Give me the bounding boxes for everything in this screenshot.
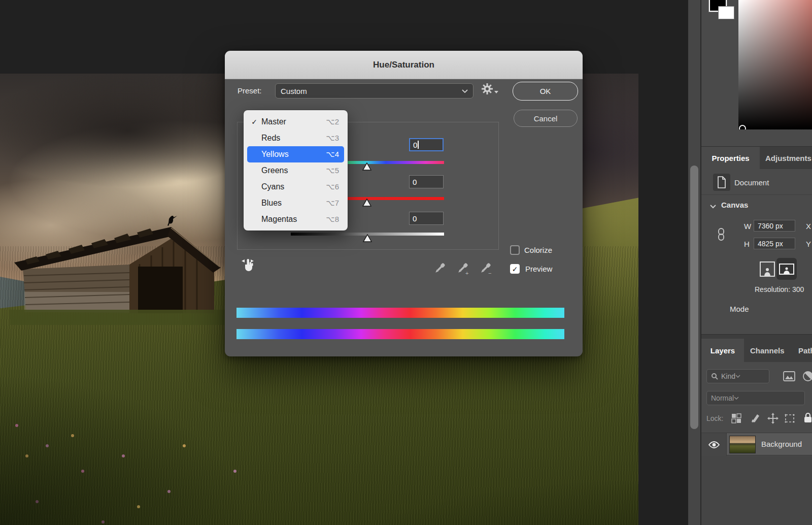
targeted-adjustment-hand-icon bbox=[241, 257, 256, 273]
background-color-swatch[interactable] bbox=[718, 6, 734, 19]
tab-properties[interactable]: Properties bbox=[701, 147, 760, 169]
menu-item-reds[interactable]: Reds ⌥3 bbox=[247, 130, 344, 146]
x-label: X bbox=[806, 222, 811, 231]
eyedropper-icon bbox=[433, 261, 446, 276]
lock-position-icon[interactable] bbox=[767, 413, 779, 424]
properties-tab-bar: Properties Adjustments bbox=[701, 147, 812, 169]
document-icon bbox=[713, 174, 730, 191]
hue-spectrum-bar-adjusted bbox=[236, 329, 564, 339]
eyedropper-subtract-button[interactable]: − bbox=[479, 261, 492, 276]
chevron-down-icon bbox=[462, 89, 468, 93]
dialog-title-bar[interactable]: Hue/Saturation bbox=[225, 51, 583, 79]
svg-text:+: + bbox=[465, 270, 468, 276]
tab-adjustments[interactable]: Adjustments bbox=[765, 147, 812, 169]
layer-thumbnail[interactable] bbox=[729, 436, 756, 453]
layer-name: Background bbox=[761, 440, 802, 448]
width-input[interactable]: 7360 px bbox=[754, 220, 795, 232]
lock-all-icon[interactable] bbox=[803, 412, 812, 424]
search-icon bbox=[711, 373, 718, 380]
saturation-input[interactable]: 0 bbox=[409, 175, 444, 188]
preset-options-gear-button[interactable] bbox=[481, 83, 498, 98]
color-picker-field[interactable] bbox=[738, 0, 812, 129]
tab-paths[interactable]: Paths bbox=[798, 339, 812, 362]
menu-item-cyans[interactable]: Cyans ⌥6 bbox=[247, 179, 344, 195]
layers-list-empty-area bbox=[701, 456, 812, 525]
filter-adjustment-layers-icon[interactable] bbox=[802, 370, 812, 382]
filter-pixel-layers-icon[interactable] bbox=[782, 370, 796, 382]
targeted-adjustment-tool-button[interactable] bbox=[241, 257, 256, 273]
tab-channels[interactable]: Channels bbox=[750, 339, 794, 362]
text-caret bbox=[418, 141, 419, 149]
lightness-slider-handle[interactable] bbox=[363, 234, 372, 243]
lock-label: Lock: bbox=[706, 414, 723, 422]
hue-spectrum-bar-original bbox=[236, 308, 564, 318]
layers-tab-bar: Layers Channels Paths bbox=[701, 335, 812, 362]
cancel-button[interactable]: Cancel bbox=[514, 110, 578, 127]
channel-dropdown-menu: ✓ Master ⌥2 Reds ⌥3 Yellows ⌥4 Greens ⌥5 bbox=[244, 110, 348, 231]
eyedropper-minus-icon: − bbox=[479, 261, 492, 276]
caret-down-icon bbox=[494, 91, 498, 93]
hue-slider-handle[interactable] bbox=[362, 162, 371, 171]
blend-mode-select[interactable]: Normal bbox=[706, 391, 805, 405]
lock-image-icon[interactable] bbox=[750, 413, 761, 424]
lock-transparency-icon[interactable] bbox=[731, 413, 742, 424]
layer-row-background[interactable]: Background bbox=[701, 433, 812, 455]
document-label: Document bbox=[734, 178, 769, 187]
colorize-checkbox[interactable] bbox=[510, 245, 520, 255]
menu-item-blues[interactable]: Blues ⌥7 bbox=[247, 195, 344, 211]
chevron-down-icon bbox=[735, 375, 740, 378]
menu-item-yellows[interactable]: Yellows ⌥4 bbox=[247, 146, 344, 162]
tab-layers[interactable]: Layers bbox=[701, 339, 744, 362]
width-label: W bbox=[744, 222, 751, 231]
canvas-section-label: Canvas bbox=[721, 201, 748, 209]
right-panel: Properties Adjustments Document Canvas W… bbox=[701, 0, 812, 525]
preview-label: Preview bbox=[525, 265, 552, 273]
link-dimensions-icon[interactable] bbox=[716, 227, 726, 242]
gear-icon bbox=[481, 83, 493, 95]
orientation-landscape-button[interactable] bbox=[776, 258, 797, 280]
saturation-slider-handle[interactable] bbox=[362, 199, 371, 207]
orientation-portrait-button[interactable] bbox=[760, 261, 775, 277]
height-input[interactable]: 4825 px bbox=[754, 238, 795, 249]
eyedropper-plus-icon: + bbox=[456, 261, 469, 276]
eyedropper-sample-button[interactable] bbox=[433, 261, 446, 276]
svg-text:−: − bbox=[488, 270, 491, 276]
menu-item-greens[interactable]: Greens ⌥5 bbox=[247, 162, 344, 179]
y-label: Y bbox=[806, 240, 811, 248]
layer-visibility-cell[interactable] bbox=[701, 433, 727, 456]
chevron-down-icon[interactable] bbox=[709, 204, 717, 209]
photoshop-window: Properties Adjustments Document Canvas W… bbox=[0, 0, 812, 525]
hue-input[interactable]: 0 bbox=[409, 138, 444, 151]
lightness-input[interactable]: 0 bbox=[409, 212, 444, 225]
menu-item-master[interactable]: ✓ Master ⌥2 bbox=[247, 114, 344, 130]
resolution-text: Resolution: 300 bbox=[755, 285, 804, 293]
eye-icon bbox=[708, 441, 720, 449]
preset-label: Preset: bbox=[238, 86, 262, 95]
height-label: H bbox=[744, 240, 750, 248]
hue-saturation-dialog: Hue/Saturation Preset: Custom OK Cancel bbox=[225, 51, 583, 356]
dialog-title: Hue/Saturation bbox=[373, 60, 434, 70]
preview-checkbox[interactable]: ✓ bbox=[510, 264, 520, 274]
divider bbox=[701, 194, 812, 195]
menu-item-magentas[interactable]: Magentas ⌥8 bbox=[247, 211, 344, 227]
mode-label: Mode bbox=[730, 305, 749, 313]
chevron-down-icon bbox=[734, 397, 739, 400]
color-picker-cursor[interactable] bbox=[739, 125, 746, 129]
colorize-label: Colorize bbox=[524, 246, 552, 254]
preset-select[interactable]: Custom bbox=[275, 83, 473, 99]
panel-scrollbar-thumb[interactable] bbox=[690, 166, 698, 429]
eyedropper-add-button[interactable]: + bbox=[456, 261, 469, 276]
lock-artboard-icon[interactable] bbox=[784, 413, 795, 424]
ok-button[interactable]: OK bbox=[513, 82, 578, 101]
layer-filter-kind-select[interactable]: Kind bbox=[706, 369, 769, 383]
